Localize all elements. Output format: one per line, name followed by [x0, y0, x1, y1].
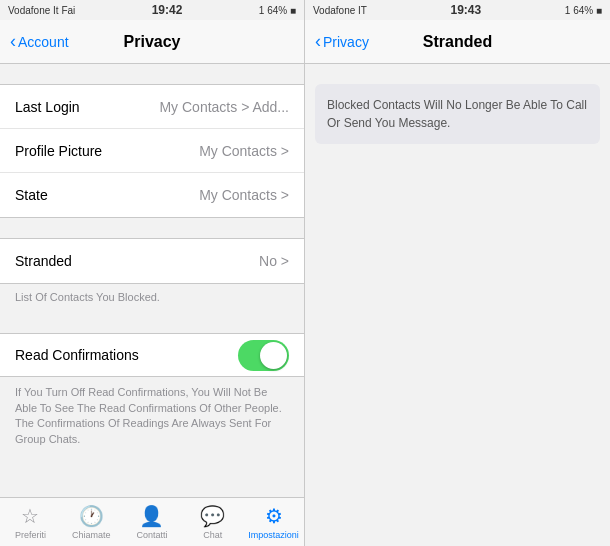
tab-contatti-label: Contatti — [136, 530, 167, 540]
last-login-label: Last Login — [15, 99, 80, 115]
last-login-row[interactable]: Last Login My Contacts > Add... — [0, 85, 304, 129]
tab-chiamate-label: Chiamate — [72, 530, 111, 540]
clock-icon: 🕐 — [79, 504, 104, 528]
toggle-track — [238, 340, 289, 371]
state-label: State — [15, 187, 48, 203]
tab-preferiti-label: Preferiti — [15, 530, 46, 540]
blocked-note: List Of Contacts You Blocked. — [0, 284, 304, 313]
tab-bar: ☆ Preferiti 🕐 Chiamate 👤 Contatti 💬 Chat… — [0, 497, 304, 546]
read-confirmations-row[interactable]: Read Confirmations — [0, 333, 304, 377]
battery-left: 1 64% ■ — [259, 5, 296, 16]
read-confirmations-note: If You Turn Off Read Confirmations, You … — [0, 377, 304, 455]
tab-contatti[interactable]: 👤 Contatti — [122, 504, 183, 540]
nav-title-right: Stranded — [423, 33, 492, 51]
nav-title-left: Privacy — [124, 33, 181, 51]
tab-chat[interactable]: 💬 Chat — [182, 504, 243, 540]
state-value: My Contacts > — [199, 187, 289, 203]
gear-icon: ⚙ — [265, 504, 283, 528]
stranded-label: Stranded — [15, 253, 72, 269]
stranded-row[interactable]: Stranded No > — [0, 239, 304, 283]
stranded-value: No > — [259, 253, 289, 269]
carrier-left: Vodafone It Fai — [8, 5, 75, 16]
toggle-thumb — [260, 342, 287, 369]
tab-chat-label: Chat — [203, 530, 222, 540]
chevron-left-icon-right: ‹ — [315, 31, 321, 52]
right-panel: Vodafone IT 19:43 1 64% ■ ‹ Privacy Stra… — [305, 0, 610, 546]
back-label-left[interactable]: Account — [18, 34, 69, 50]
privacy-settings-group: Last Login My Contacts > Add... Profile … — [0, 84, 304, 218]
profile-picture-label: Profile Picture — [15, 143, 102, 159]
tab-impostazioni[interactable]: ⚙ Impostazioni — [243, 504, 304, 540]
blocked-info-box: Blocked Contacts Will No Longer Be Able … — [315, 84, 600, 144]
profile-picture-row[interactable]: Profile Picture My Contacts > — [0, 129, 304, 173]
left-panel: Vodafone It Fai 19:42 1 64% ■ ‹ Account … — [0, 0, 305, 546]
tab-preferiti[interactable]: ☆ Preferiti — [0, 504, 61, 540]
back-label-right[interactable]: Privacy — [323, 34, 369, 50]
time-right: 19:43 — [451, 3, 482, 17]
back-button-right[interactable]: ‹ Privacy — [315, 31, 369, 52]
nav-bar-right: ‹ Privacy Stranded — [305, 20, 610, 64]
chevron-left-icon: ‹ — [10, 31, 16, 52]
person-icon: 👤 — [139, 504, 164, 528]
nav-bar-left: ‹ Account Privacy — [0, 20, 304, 64]
chat-icon: 💬 — [200, 504, 225, 528]
right-content-area — [305, 154, 610, 497]
tab-chiamate[interactable]: 🕐 Chiamate — [61, 504, 122, 540]
time-left: 19:42 — [152, 3, 183, 17]
state-row[interactable]: State My Contacts > — [0, 173, 304, 217]
back-button-left[interactable]: ‹ Account — [10, 31, 69, 52]
stranded-section: Stranded No > — [0, 238, 304, 284]
status-bar-left: Vodafone It Fai 19:42 1 64% ■ — [0, 0, 304, 20]
battery-right: 1 64% ■ — [565, 5, 602, 16]
profile-picture-value: My Contacts > — [199, 143, 289, 159]
last-login-value: My Contacts > Add... — [159, 99, 289, 115]
carrier-right: Vodafone IT — [313, 5, 367, 16]
status-bar-right: Vodafone IT 19:43 1 64% ■ — [305, 0, 610, 20]
tab-impostazioni-label: Impostazioni — [248, 530, 299, 540]
read-confirmations-toggle[interactable] — [238, 340, 289, 371]
read-confirmations-label: Read Confirmations — [15, 347, 139, 363]
star-icon: ☆ — [21, 504, 39, 528]
